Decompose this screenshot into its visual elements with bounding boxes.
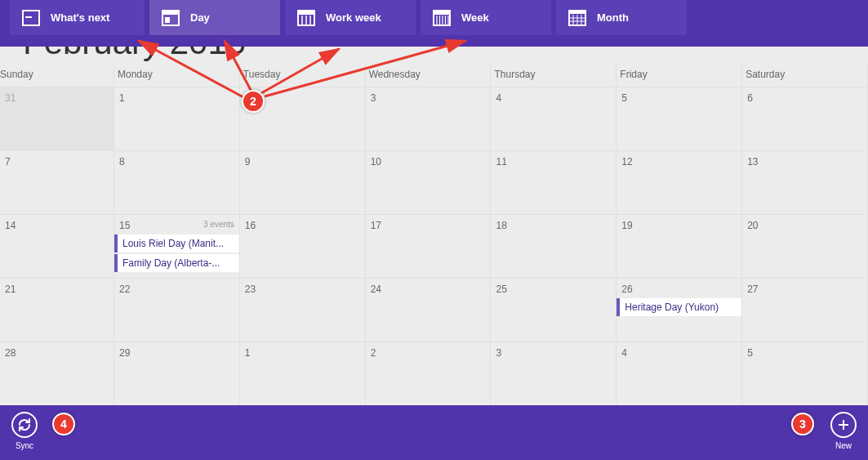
calendar-cell[interactable]: 14: [0, 214, 114, 278]
calendar-cell[interactable]: 3: [491, 342, 617, 405]
day-number: 6: [747, 92, 753, 104]
day-number: 5: [621, 92, 627, 104]
new-label: New: [835, 441, 852, 450]
calendar-cell[interactable]: 1: [240, 342, 366, 405]
svg-rect-6: [298, 11, 314, 15]
events-count-badge: 3 events: [203, 220, 234, 229]
day-number: 18: [496, 220, 506, 231]
sync-label: Sync: [16, 441, 33, 450]
calendar-cell[interactable]: 31: [0, 87, 114, 150]
month-icon: [568, 8, 587, 28]
day-header: Tuesday: [240, 64, 366, 87]
event-item[interactable]: Louis Riel Day (Manit...: [114, 234, 239, 252]
day-icon: [161, 8, 180, 28]
calendar-cell[interactable]: 23: [240, 278, 366, 342]
view-work-week[interactable]: Work week: [285, 0, 416, 35]
calendar-cell[interactable]: 10: [366, 150, 492, 214]
day-number: 21: [5, 284, 16, 295]
calendar-cell[interactable]: 16: [240, 214, 366, 278]
day-number: 16: [245, 220, 256, 231]
day-number: 4: [496, 92, 501, 104]
day-number: 22: [119, 284, 130, 295]
day-header: Thursday: [491, 64, 617, 87]
day-header: Wednesday: [366, 64, 492, 87]
day-header: Sunday: [0, 64, 114, 87]
day-number: 11: [496, 156, 506, 167]
day-number: 19: [621, 220, 632, 231]
command-bar: Sync New: [0, 405, 868, 460]
day-number: 1: [119, 92, 125, 104]
calendar-cell[interactable]: 25: [491, 278, 617, 342]
calendar-cell[interactable]: 6: [742, 87, 868, 150]
day-number: 8: [119, 156, 125, 167]
calendar-cell[interactable]: 19: [617, 214, 742, 278]
calendar-cell[interactable]: 24: [366, 278, 492, 342]
day-number: 20: [747, 220, 758, 231]
calendar-cell[interactable]: 29: [114, 342, 240, 405]
day-headers: Sunday Monday Tuesday Wednesday Thursday…: [0, 64, 868, 87]
day-number: 2: [371, 347, 376, 359]
calendar-cell[interactable]: 28: [0, 342, 114, 405]
calendar-cell[interactable]: 21: [0, 278, 114, 342]
day-number: 29: [119, 347, 130, 359]
view-label: Week: [461, 11, 489, 24]
day-number: 28: [5, 347, 16, 359]
calendar-cell[interactable]: 7: [0, 150, 114, 214]
plus-icon: [830, 412, 857, 438]
view-month[interactable]: Month: [556, 0, 687, 35]
day-header: Monday: [114, 64, 240, 87]
events-list: Heritage Day (Yukon): [617, 298, 741, 318]
day-number: 27: [747, 284, 758, 295]
calendar-cell[interactable]: 26Heritage Day (Yukon): [617, 278, 742, 342]
calendar-cell[interactable]: 1: [114, 87, 240, 150]
calendar-cell[interactable]: 13: [742, 150, 868, 214]
sync-button[interactable]: Sync: [11, 412, 38, 450]
view-label: What's next: [51, 11, 109, 24]
calendar-cell[interactable]: 5: [617, 87, 742, 150]
svg-rect-3: [162, 11, 179, 15]
svg-rect-18: [569, 11, 585, 14]
calendar-cell[interactable]: 2: [366, 342, 492, 405]
day-number: 4: [621, 347, 627, 359]
calendar-cell[interactable]: 4: [491, 87, 617, 150]
calendar-cell[interactable]: 20: [742, 214, 868, 278]
events-list: Louis Riel Day (Manit...Family Day (Albe…: [114, 234, 239, 274]
calendar-cell[interactable]: 8: [114, 150, 240, 214]
view-day[interactable]: Day: [149, 0, 280, 35]
annotation-4: 4: [52, 413, 75, 435]
sync-icon: [11, 412, 38, 438]
calendar-cell[interactable]: 3: [366, 87, 492, 150]
day-number: 24: [371, 284, 381, 295]
calendar-cell[interactable]: 22: [114, 278, 240, 342]
day-number: 23: [245, 284, 256, 295]
calendar-cell[interactable]: 5: [742, 342, 868, 405]
day-number: 26: [621, 284, 632, 295]
day-header: Friday: [617, 64, 742, 87]
day-number: 10: [371, 156, 381, 167]
svg-rect-4: [165, 17, 170, 23]
view-week[interactable]: Week: [421, 0, 551, 35]
calendar-cell[interactable]: 11: [491, 150, 617, 214]
day-header: Saturday: [742, 64, 868, 87]
view-label: Work week: [326, 11, 381, 24]
day-number: 9: [245, 156, 251, 167]
view-whats-next[interactable]: What's next: [10, 0, 145, 35]
annotation-3: 3: [791, 413, 814, 435]
calendar-cell[interactable]: 9: [240, 150, 366, 214]
day-number: 17: [371, 220, 381, 231]
calendar-cell[interactable]: 153 eventsLouis Riel Day (Manit...Family…: [114, 214, 240, 278]
day-number: 7: [5, 156, 11, 167]
calendar-cell[interactable]: 18: [491, 214, 617, 278]
day-number: 15: [119, 220, 130, 231]
day-number: 25: [496, 284, 506, 295]
day-number: 12: [621, 156, 632, 167]
day-number: 31: [5, 92, 16, 104]
event-item[interactable]: Family Day (Alberta-...: [114, 254, 239, 272]
event-item[interactable]: Heritage Day (Yukon): [617, 298, 741, 316]
whats-next-icon: [21, 8, 41, 28]
calendar-cell[interactable]: 27: [742, 278, 868, 342]
calendar-cell[interactable]: 12: [617, 150, 742, 214]
calendar-cell[interactable]: 4: [617, 342, 742, 405]
calendar-cell[interactable]: 17: [366, 214, 492, 278]
new-button[interactable]: New: [830, 412, 857, 450]
